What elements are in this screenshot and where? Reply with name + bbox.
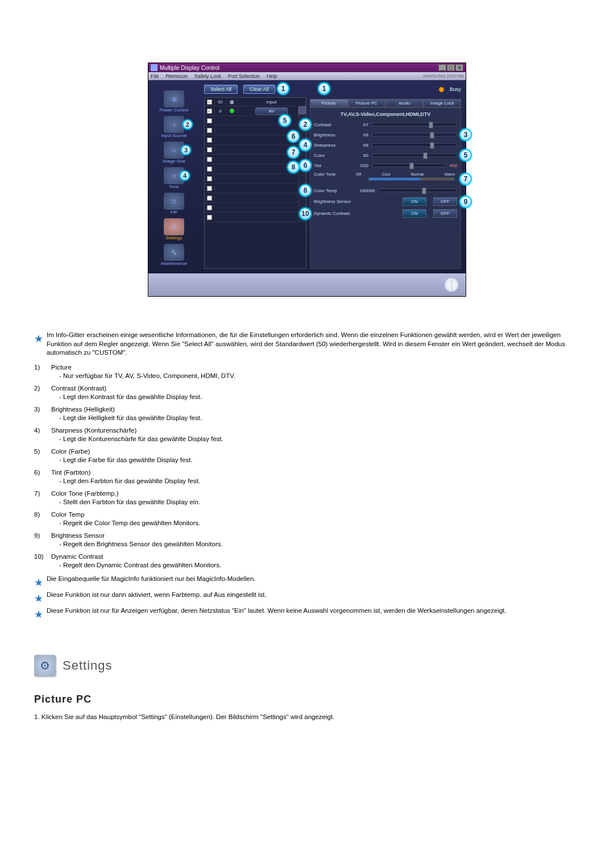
busy-icon (439, 87, 444, 92)
scroll-up-button[interactable] (298, 106, 306, 114)
dcontrast-label: Dynamic Contrast (314, 211, 366, 216)
sidebar-pip[interactable]: ◫ PIP (164, 193, 184, 215)
item-4-sub: - Legt die Konturenschärfe für das gewäh… (59, 435, 223, 444)
colortemp-slider[interactable] (379, 189, 457, 192)
panel-callout-7: 7 (459, 173, 472, 185)
footnote-1: Die Eingabequelle für MagicInfo funktion… (47, 575, 580, 588)
clear-all-button[interactable]: Clear All (243, 85, 275, 94)
item-4-title: Sharpness (Konturenschärfe) (51, 426, 223, 435)
grid-row[interactable]: 0 AV (205, 106, 306, 116)
contrast-label: Contrast (314, 122, 350, 127)
sidebar-settings-label: Settings (166, 235, 182, 240)
bottombar: ❕ (148, 273, 466, 296)
row-checkbox[interactable] (207, 109, 212, 114)
dcontrast-on-button[interactable]: ON (403, 209, 426, 218)
sidebar-input-label: Input Source (161, 133, 186, 138)
close-button[interactable]: ✕ (455, 64, 463, 71)
row-checkbox[interactable] (207, 138, 212, 143)
tab-picture[interactable]: Picture (310, 99, 348, 107)
header-checkbox[interactable] (207, 99, 212, 105)
section-title: Settings (63, 658, 113, 673)
sidebar-input[interactable]: ⎆ Input Source 2 (161, 116, 186, 138)
colortone-label: Color Tone (314, 172, 350, 177)
row-checkbox[interactable] (207, 147, 212, 152)
brightness-label: Brightness (314, 132, 350, 138)
section-subtitle: Picture PC (34, 693, 580, 705)
minimize-button[interactable]: _ (438, 64, 446, 71)
help-button[interactable]: ❕ (444, 277, 459, 292)
sidebar-power[interactable]: ⏻ Power Control (160, 90, 189, 113)
bsensor-off-button[interactable]: OFF (433, 197, 457, 206)
brightness-slider[interactable] (372, 133, 457, 136)
panel-header: TV,AV,S-Video,Component,HDMI,DTV (314, 111, 457, 117)
callout-5: 5 (279, 114, 291, 127)
item-6-title: Tint (Farbton) (51, 468, 200, 477)
sidebar-maintenance-label: Maintenance (161, 261, 187, 266)
sidebar-time[interactable]: ◷ Time 4 (164, 167, 184, 189)
menu-safetylock[interactable]: Safety Lock (194, 73, 221, 79)
menu-help[interactable]: Help (267, 73, 277, 79)
col-input: Input (238, 99, 306, 105)
row-checkbox[interactable] (207, 205, 212, 210)
item-2-title: Contrast (Kontrast) (51, 384, 202, 393)
tab-audio[interactable]: Audio (385, 99, 424, 107)
row-input-select[interactable]: AV (255, 107, 287, 115)
tint-slider[interactable] (372, 164, 446, 167)
sharpness-label: Sharpness (314, 143, 350, 148)
sidebar-image-label: Image Size (163, 159, 185, 164)
settings-icon: ⚙ (164, 218, 184, 235)
menu-portselection[interactable]: Port Selection (228, 73, 260, 79)
row-checkbox[interactable] (207, 167, 212, 172)
color-slider[interactable] (372, 153, 457, 157)
colortone-slider[interactable] (368, 177, 455, 181)
sidebar-settings[interactable]: ⚙ Settings (164, 218, 184, 240)
row-checkbox[interactable] (207, 118, 212, 123)
row-checkbox[interactable] (207, 186, 212, 191)
status-dot-icon (230, 109, 234, 113)
menu-remocon[interactable]: Remocon (166, 73, 188, 79)
dcontrast-off-button[interactable]: OFF (433, 209, 457, 218)
sidebar-pip-label: PIP (171, 210, 178, 215)
item-5-sub: - Legt die Farbe für das gewählte Displa… (59, 456, 193, 465)
panel-callout-6: 6 (299, 159, 312, 172)
star-icon: ★ (34, 592, 43, 605)
row-checkbox[interactable] (207, 176, 212, 181)
input-icon: ⎆ (164, 116, 184, 133)
tab-picturepc[interactable]: Picture PC (348, 99, 386, 107)
bsensor-on-button[interactable]: ON (403, 197, 426, 206)
row-id: 0 (215, 109, 226, 114)
tab-imagelock[interactable]: Image Lock (424, 99, 462, 107)
select-all-button[interactable]: Select All (204, 85, 238, 94)
row-checkbox[interactable] (207, 128, 212, 133)
contrast-value: 67 (354, 122, 368, 127)
tint-value: G50 (354, 163, 368, 168)
colortone-options: Off Cool Normal Warm (354, 172, 457, 176)
star-icon: ★ (34, 576, 43, 589)
color-value: 60 (354, 153, 368, 158)
item-6-sub: - Legt den Farbton für das gewählte Disp… (59, 477, 200, 486)
item-3-sub: - Legt die Helligkeit für das gewählte D… (59, 414, 202, 423)
sidebar-image[interactable]: ▭ Image Size 3 (163, 142, 185, 164)
panel-callout-5: 5 (459, 149, 472, 161)
settings-section-icon: ⚙ (34, 655, 56, 676)
maximize-button[interactable]: ▢ (447, 64, 455, 71)
contrast-slider[interactable] (372, 123, 457, 126)
menu-file[interactable]: File (151, 73, 159, 79)
footnote-3: Diese Funktion ist nur für Anzeigen verf… (47, 607, 580, 620)
row-checkbox[interactable] (207, 157, 212, 162)
row-checkbox[interactable] (207, 215, 212, 220)
item-3-title: Brightness (Helligkeit) (51, 405, 202, 414)
sharpness-slider[interactable] (372, 143, 457, 147)
item-10-sub: - Regelt den Dynamic Contrast des gewähl… (59, 561, 221, 570)
callout-8: 8 (287, 161, 300, 173)
colortemp-value: 10000K (354, 188, 375, 193)
callout-3: 3 (181, 145, 191, 155)
sidebar-maintenance[interactable]: 🔧 Maintenance (161, 244, 187, 266)
colortemp-label: Color Temp (314, 188, 350, 193)
row-checkbox[interactable] (207, 196, 212, 201)
item-1-sub: - Nur verfügbar für TV, AV, S-Video, Com… (59, 372, 235, 381)
panel-callout-10: 10 (299, 207, 312, 220)
sharpness-value: 68 (354, 143, 368, 148)
callout-4: 4 (180, 171, 190, 181)
app-window: Multiple Display Control _ ▢ ✕ File Remo… (148, 63, 466, 297)
